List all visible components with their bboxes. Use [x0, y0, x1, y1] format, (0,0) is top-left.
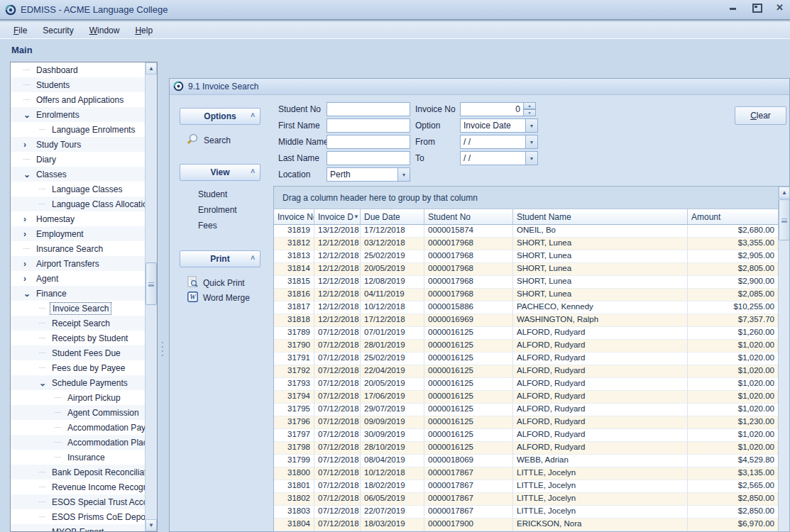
invoice-no-input[interactable]: [460, 102, 524, 116]
sidebar-item-student-fees-due[interactable]: Student Fees Due: [11, 345, 145, 360]
sidebar-item-insurance[interactable]: Insurance: [11, 450, 145, 465]
table-row[interactable]: 3181412/12/201820/05/20190000017968SHORT…: [274, 263, 779, 276]
chevron-right-icon[interactable]: ›: [23, 141, 34, 148]
sidebar-item-language-classes[interactable]: Language Classes: [11, 182, 145, 196]
grid-scrollbar[interactable]: ▲: [778, 187, 789, 531]
table-row[interactable]: 3180007/12/201810/12/20180000017867LITTL…: [274, 467, 779, 480]
table-row[interactable]: 3179607/12/201809/09/20190000016125ALFOR…: [274, 416, 779, 429]
sidebar-item-bank-deposit-reconciliation[interactable]: Bank Deposit Reconciliation: [11, 465, 145, 480]
minimize-icon[interactable]: [728, 3, 737, 12]
table-row[interactable]: 3179907/12/201808/04/20190000018069WEBB,…: [274, 455, 779, 467]
close-icon[interactable]: ✕: [775, 3, 784, 12]
chevron-right-icon[interactable]: ›: [23, 231, 34, 238]
invoice-no-stepper[interactable]: ▲▼: [460, 102, 536, 116]
view-group-header[interactable]: View ˄: [180, 164, 260, 181]
chevron-right-icon[interactable]: ›: [23, 260, 34, 267]
column-header-amount[interactable]: Amount: [688, 209, 779, 225]
chevron-down-icon[interactable]: ▼: [525, 151, 538, 165]
sidebar-item-receipts-by-student[interactable]: Receipts by Student: [11, 331, 145, 345]
sidebar-item-myob-export[interactable]: MYOB Export: [11, 524, 145, 531]
sidebar-item-esos-special-trust-account[interactable]: ESOS Special Trust Account: [11, 494, 145, 509]
column-header-due-date[interactable]: Due Date: [361, 209, 424, 225]
chevron-down-icon[interactable]: ⌄: [23, 171, 34, 178]
sidebar-item-accommodation-payment[interactable]: Accommodation Payment: [11, 420, 145, 435]
table-row[interactable]: 3181212/12/201803/12/20180000017968SHORT…: [274, 238, 779, 250]
sidebar-item-classes[interactable]: ⌄Classes: [11, 167, 145, 182]
table-row[interactable]: 3181312/12/201825/02/20190000017968SHORT…: [274, 250, 779, 263]
view-student-item[interactable]: Student: [198, 189, 227, 199]
sidebar-item-dashboard[interactable]: Dashboard: [11, 62, 145, 77]
quick-print-action[interactable]: Quick Print: [187, 276, 245, 289]
chevron-down-icon[interactable]: ⌄: [23, 111, 34, 118]
to-date-select[interactable]: / / ▼: [460, 151, 538, 165]
sidebar-item-diary[interactable]: Diary: [11, 152, 145, 167]
spin-up-icon[interactable]: ▲: [524, 102, 536, 109]
view-enrolment-item[interactable]: Enrolment: [198, 205, 237, 215]
sidebar-item-students[interactable]: Students: [11, 77, 145, 92]
scroll-up-icon[interactable]: ▲: [779, 187, 790, 199]
from-date-select[interactable]: / / ▼: [460, 135, 538, 149]
sidebar-item-esos-prisms-coe-deposit-export[interactable]: ESOS Prisms CoE Deposit Export: [11, 509, 145, 524]
table-row[interactable]: 3179307/12/201820/05/20190000016125ALFOR…: [274, 378, 779, 391]
table-row[interactable]: 3181712/12/201810/12/20180000015886PACHE…: [274, 301, 779, 314]
table-row[interactable]: 3181913/12/201817/12/20180000015874ONEIL…: [274, 225, 779, 238]
sidebar-item-revenue-income-recognition[interactable]: Revenue Income Recognition: [11, 480, 145, 494]
sidebar-item-invoice-search[interactable]: Invoice Search: [11, 301, 145, 316]
table-row[interactable]: 3180107/12/201818/02/20190000017867LITTL…: [274, 480, 779, 493]
tree-scrollbar[interactable]: ▲ ▼: [145, 62, 157, 531]
table-row[interactable]: 3181512/12/201812/08/20190000017968SHORT…: [274, 276, 779, 289]
student-no-input[interactable]: [327, 102, 410, 116]
table-row[interactable]: 3179707/12/201830/09/20190000016125ALFOR…: [274, 429, 779, 442]
sidebar-item-schedule-payments[interactable]: ⌄Schedule Payments: [11, 375, 145, 390]
chevron-right-icon[interactable]: ›: [23, 216, 34, 223]
table-row[interactable]: 3181812/12/201817/12/20180000016969WASHI…: [274, 314, 779, 327]
table-row[interactable]: 3179507/12/201829/07/20190000016125ALFOR…: [274, 404, 779, 416]
sidebar-item-employment[interactable]: ›Employment: [11, 226, 145, 241]
sidebar-item-receipt-search[interactable]: Receipt Search: [11, 316, 145, 331]
column-header-invoice-d[interactable]: Invoice D▼: [314, 209, 361, 225]
sidebar-item-finance[interactable]: ⌄Finance: [11, 286, 145, 301]
chevron-down-icon[interactable]: ⌄: [23, 290, 34, 297]
table-row[interactable]: 3179107/12/201825/02/20190000016125ALFOR…: [274, 353, 779, 365]
sidebar-item-enrolments[interactable]: ⌄Enrolments: [11, 107, 145, 122]
scroll-down-icon[interactable]: ▼: [146, 519, 157, 531]
word-merge-action[interactable]: W Word Merge: [187, 292, 250, 304]
sidebar-item-agent-commission[interactable]: Agent Commission: [11, 405, 145, 420]
column-header-student-name[interactable]: Student Name: [513, 209, 688, 225]
sidebar-item-homestay[interactable]: ›Homestay: [11, 211, 145, 226]
middle-name-input[interactable]: [327, 135, 410, 149]
chevron-down-icon[interactable]: ▼: [525, 135, 538, 149]
grid-scrollbar-thumb[interactable]: [779, 199, 790, 240]
chevron-down-icon[interactable]: ⌄: [39, 379, 50, 387]
table-row[interactable]: 3179407/12/201817/06/20190000016125ALFOR…: [274, 391, 779, 404]
tree-splitter-handle[interactable]: [162, 342, 163, 356]
sidebar-item-airport-transfers[interactable]: ›Airport Transfers: [11, 256, 145, 271]
table-row[interactable]: 3179807/12/201828/10/20190000016125ALFOR…: [274, 442, 779, 455]
options-group-header[interactable]: Options ˄: [180, 108, 260, 125]
sidebar-item-offers-and-applications[interactable]: Offers and Applications: [11, 92, 145, 107]
spin-down-icon[interactable]: ▼: [524, 109, 536, 116]
sidebar-item-language-class-allocation[interactable]: Language Class Allocation: [11, 196, 145, 211]
view-fees-item[interactable]: Fees: [198, 221, 217, 231]
sidebar-item-fees-due-by-payee[interactable]: Fees due by Payee: [11, 360, 145, 375]
tree-scrollbar-thumb[interactable]: [146, 262, 157, 305]
table-row[interactable]: 3178907/12/201807/01/20190000016125ALFOR…: [274, 327, 779, 340]
menu-window[interactable]: Window: [83, 23, 126, 38]
option-select[interactable]: Invoice Date ▼: [460, 118, 538, 133]
menu-help[interactable]: Help: [128, 23, 159, 38]
chevron-down-icon[interactable]: ▼: [525, 118, 538, 133]
sidebar-item-insurance-search[interactable]: Insurance Search: [11, 241, 145, 256]
chevron-right-icon[interactable]: ›: [23, 275, 34, 282]
location-select[interactable]: Perth ▼: [327, 167, 410, 182]
print-group-header[interactable]: Print ˄: [180, 250, 260, 267]
menu-security[interactable]: Security: [36, 23, 79, 38]
group-by-panel[interactable]: Drag a column header here to group by th…: [274, 187, 779, 209]
table-row[interactable]: 3179007/12/201828/01/20190000016125ALFOR…: [274, 340, 779, 353]
sidebar-item-airport-pickup[interactable]: Airport Pickup: [11, 390, 145, 405]
column-header-invoice-no[interactable]: Invoice No: [274, 209, 314, 225]
sidebar-item-study-tours[interactable]: ›Study Tours: [11, 137, 145, 152]
clear-button[interactable]: Clear: [735, 106, 786, 125]
table-row[interactable]: 3181612/12/201804/11/20190000017968SHORT…: [274, 289, 779, 301]
sidebar-item-agent[interactable]: ›Agent: [11, 271, 145, 286]
table-row[interactable]: 3180207/12/201806/05/20190000017867LITTL…: [274, 493, 779, 506]
